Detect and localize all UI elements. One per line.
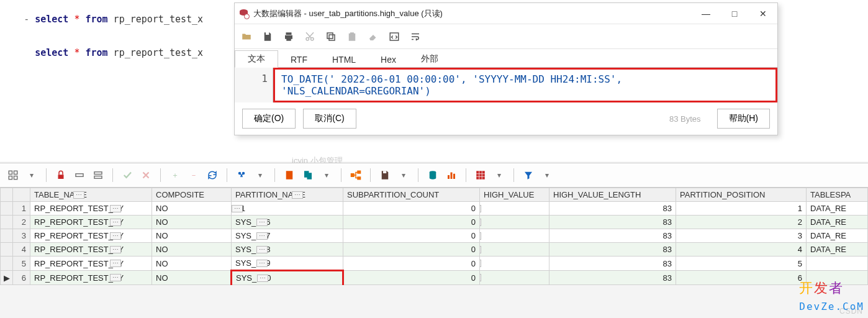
report2-icon[interactable] xyxy=(301,168,315,182)
ellipsis-icon[interactable]: ⋯ xyxy=(73,191,84,199)
tab-hex[interactable]: Hex xyxy=(368,52,409,67)
cell-high-value-length[interactable]: 83 xyxy=(549,243,676,257)
ellipsis-icon[interactable]: ⋯ xyxy=(110,232,121,240)
cell-high-value-length[interactable]: 83 xyxy=(549,216,676,229)
cell-table-name[interactable]: RP_REPORT_TEST_XY⋯ xyxy=(30,229,152,243)
header-partition-position[interactable]: PARTITION_POSITION xyxy=(676,188,807,202)
cell-partition-position[interactable]: 1 xyxy=(676,202,807,216)
ellipsis-icon[interactable]: ⋯ xyxy=(110,219,121,226)
header-composite[interactable]: COMPOSITE xyxy=(152,188,232,202)
cell-high-value[interactable]: ⋯ xyxy=(480,229,549,243)
cell-tablespace[interactable] xyxy=(807,257,868,271)
paste-icon[interactable] xyxy=(346,31,358,42)
cell-subpartition-count[interactable]: 0 xyxy=(343,257,480,271)
cell-tablespace[interactable]: DATA_RE xyxy=(807,243,868,257)
cell-partition-position[interactable]: 5 xyxy=(676,257,807,271)
cut-icon[interactable] xyxy=(304,31,315,42)
ellipsis-icon[interactable]: ⋯ xyxy=(232,205,243,212)
row-multi-icon[interactable] xyxy=(91,168,105,182)
maximize-button[interactable]: □ xyxy=(720,3,749,24)
save-icon[interactable] xyxy=(262,31,273,42)
ellipsis-icon[interactable]: ⋯ xyxy=(480,246,482,253)
cell-high-value[interactable]: ⋯ xyxy=(480,202,549,216)
cell-subpartition-count[interactable]: 0 xyxy=(343,243,480,257)
save-result-icon[interactable] xyxy=(378,168,392,182)
cell-composite[interactable]: NO xyxy=(152,216,232,229)
cell-high-value-length[interactable]: 83 xyxy=(549,202,676,216)
find-icon[interactable] xyxy=(235,168,248,182)
cell-partition-position[interactable]: 4 xyxy=(676,243,807,257)
table-row[interactable]: 5RP_REPORT_TEST_XY⋯NOSYS_P69⋯0⋯835 xyxy=(1,257,868,271)
cell-partition-position[interactable]: 3 xyxy=(676,229,807,243)
header-subpartition-count[interactable]: SUBPARTITION_COUNT xyxy=(343,188,480,202)
cell-partition-name[interactable]: SYS_P68⋯ xyxy=(232,243,343,257)
tab-external[interactable]: 外部 xyxy=(409,51,451,67)
db-icon[interactable] xyxy=(426,168,440,182)
ellipsis-icon[interactable]: ⋯ xyxy=(110,260,121,267)
relation-icon[interactable] xyxy=(349,168,363,182)
cell-partition-position[interactable]: 6 xyxy=(676,271,807,285)
cell-tablespace[interactable]: DATA_RE xyxy=(807,216,868,229)
cell-partition-name[interactable]: SYS_P67⋯ xyxy=(232,229,343,243)
cell-partition-name[interactable]: SYS_P70⋯ xyxy=(232,271,343,285)
table-row[interactable]: 1RP_REPORT_TEST_XY⋯NOP1⋯0⋯831DATA_RE xyxy=(1,202,868,216)
cell-high-value[interactable]: ⋯ xyxy=(480,257,549,271)
cell-subpartition-count[interactable]: 0 xyxy=(343,202,480,216)
cancel-button[interactable]: 取消(C) xyxy=(303,109,356,129)
cell-table-name[interactable]: RP_REPORT_TEST_XY⋯ xyxy=(30,257,152,271)
wrap-icon[interactable] xyxy=(410,31,421,42)
commit-icon[interactable] xyxy=(120,168,134,182)
rollback-icon[interactable] xyxy=(139,168,153,182)
open-icon[interactable] xyxy=(241,31,252,42)
cell-composite[interactable]: NO xyxy=(152,271,232,285)
save-dropdown-icon[interactable]: ▾ xyxy=(397,168,410,182)
cell-partition-name[interactable]: SYS_P66⋯ xyxy=(232,216,343,229)
table-row[interactable]: 2RP_REPORT_TEST_XY⋯NOSYS_P66⋯0⋯832DATA_R… xyxy=(1,216,868,229)
cell-high-value-length[interactable]: 83 xyxy=(549,229,676,243)
cell-partition-name[interactable]: P1⋯ xyxy=(232,202,343,216)
table-row[interactable]: 3RP_REPORT_TEST_XY⋯NOSYS_P67⋯0⋯833DATA_R… xyxy=(1,229,868,243)
cell-partition-name[interactable]: SYS_P69⋯ xyxy=(232,257,343,271)
find-dropdown-icon[interactable]: ▾ xyxy=(253,168,267,182)
table-row[interactable]: 4RP_REPORT_TEST_XY⋯NOSYS_P68⋯0⋯834DATA_R… xyxy=(1,243,868,257)
tab-text[interactable]: 文本 xyxy=(235,50,278,68)
ellipsis-icon[interactable]: ⋯ xyxy=(256,232,268,240)
cell-table-name[interactable]: RP_REPORT_TEST_XY⋯ xyxy=(30,243,152,257)
grid-view-icon[interactable] xyxy=(6,168,20,182)
cell-high-value[interactable]: ⋯ xyxy=(480,271,549,285)
ellipsis-icon[interactable]: ⋯ xyxy=(256,219,268,226)
cell-subpartition-count[interactable]: 0 xyxy=(343,271,480,285)
report-dropdown-icon[interactable]: ▾ xyxy=(320,168,333,182)
cell-partition-position[interactable]: 2 xyxy=(676,216,807,229)
delete-row-icon[interactable]: － xyxy=(187,168,201,182)
cell-composite[interactable]: NO xyxy=(152,229,232,243)
cell-tablespace[interactable] xyxy=(807,271,868,285)
ellipsis-icon[interactable]: ⋯ xyxy=(480,232,482,240)
table-row[interactable]: ▶6RP_REPORT_TEST_XY⋯NOSYS_P70⋯0⋯836 xyxy=(1,271,868,285)
ellipsis-icon[interactable]: ⋯ xyxy=(480,260,482,267)
lock-icon[interactable] xyxy=(54,168,68,182)
cell-table-name[interactable]: RP_REPORT_TEST_XY⋯ xyxy=(30,271,152,285)
cell-subpartition-count[interactable]: 0 xyxy=(343,229,480,243)
ok-button[interactable]: 确定(O) xyxy=(242,109,296,129)
ellipsis-icon[interactable]: ⋯ xyxy=(256,246,268,253)
cell-high-value[interactable]: ⋯ xyxy=(480,243,549,257)
cell-tablespace[interactable]: DATA_RE xyxy=(807,229,868,243)
ellipsis-icon[interactable]: ⋯ xyxy=(110,205,121,212)
refresh-icon[interactable] xyxy=(206,168,219,182)
cell-composite[interactable]: NO xyxy=(152,257,232,271)
tab-rtf[interactable]: RTF xyxy=(278,52,320,67)
dropdown-icon[interactable]: ▾ xyxy=(25,168,38,182)
chart-icon[interactable] xyxy=(445,168,458,182)
grid-export-icon[interactable] xyxy=(474,168,487,182)
value-textarea[interactable]: TO_DATE(' 2022-06-01 00:00:00', 'SYYYY-M… xyxy=(273,68,777,102)
header-partition-name[interactable]: PARTITION_NAME⋯ xyxy=(232,188,343,202)
header-high-value[interactable]: HIGH_VALUE xyxy=(480,188,549,202)
cell-table-name[interactable]: RP_REPORT_TEST_XY⋯ xyxy=(30,202,152,216)
ellipsis-icon[interactable]: ⋯ xyxy=(110,274,121,281)
close-button[interactable]: ✕ xyxy=(749,3,777,24)
ellipsis-icon[interactable]: ⋯ xyxy=(110,246,121,253)
dialog-titlebar[interactable]: 大数据编辑器 - user_tab_partitions.high_value … xyxy=(235,3,777,24)
ellipsis-icon[interactable]: ⋯ xyxy=(480,219,482,226)
add-row-icon[interactable]: ＋ xyxy=(168,168,182,182)
